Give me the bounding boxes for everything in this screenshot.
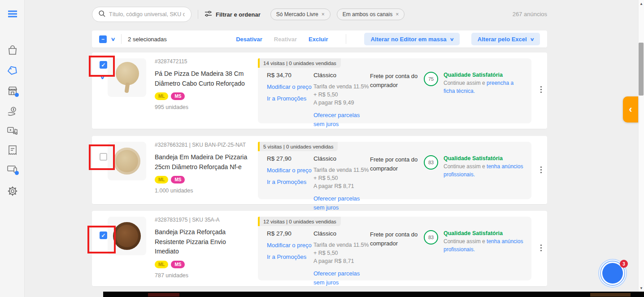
installments-link[interactable]: Oferecer parcelas sem juros	[313, 269, 370, 287]
money-hand-icon[interactable]	[0, 106, 25, 117]
quality-description: Continue assim e tenha anúncios profissi…	[444, 162, 525, 179]
row-menu-icon[interactable]	[540, 166, 542, 173]
scroll-up-icon[interactable]: ▲	[640, 2, 643, 6]
installments-link[interactable]: Oferecer parcelas sem juros	[313, 111, 370, 128]
chip-close-icon[interactable]: ×	[396, 11, 399, 17]
row-expand-chevron-icon[interactable]: ∨	[100, 74, 105, 80]
modify-price-link[interactable]: Modificar o preço	[267, 166, 316, 175]
search-box[interactable]	[92, 7, 191, 22]
row-menu-icon[interactable]	[540, 245, 542, 251]
chip-label: Só Mercado Livre	[276, 11, 318, 17]
visits-chip-label: 5 visitas | 0 unidades vendidas	[260, 144, 338, 149]
price-value: R$ 27,90	[267, 155, 316, 162]
channel-badge-ms: MS	[171, 92, 185, 100]
modify-price-link[interactable]: Modificar o preço	[267, 83, 316, 92]
visits-chip-label: 12 visitas | 0 unidades vendidas	[260, 219, 341, 224]
scroll-down-icon[interactable]: ▼	[640, 286, 643, 290]
quality-score: 83	[428, 160, 434, 165]
chevron-down-icon: ∨	[530, 37, 534, 42]
quality-title: Qualidade Satisfatória	[444, 72, 525, 78]
select-all-checkbox[interactable]: –	[99, 35, 107, 43]
select-all-chevron-icon[interactable]: ∨	[110, 36, 115, 42]
promotions-link[interactable]: Ir a Promoções	[267, 178, 316, 187]
quality-score-ring: 75	[424, 72, 438, 86]
visits-chip: 5 visitas | 0 unidades vendidas	[258, 142, 338, 151]
listing-count: 267 anúncios	[513, 11, 547, 17]
filter-sort-label: Filtrar e ordenar	[216, 11, 261, 18]
store-notification-dot	[15, 93, 19, 97]
product-image[interactable]	[108, 58, 146, 97]
quality-title: Qualidade Satisfatória	[444, 230, 525, 236]
quality-score: 83	[428, 235, 434, 240]
topbar-divider	[198, 10, 198, 19]
filter-sort-button[interactable]: Filtrar e ordenar	[205, 10, 261, 18]
listing-title[interactable]: Bandeja Pizza Reforçada Resistente Pizza…	[155, 227, 251, 257]
listing-title[interactable]: Bandeja Em Madeira De Pizzaria 25cm Diâm…	[155, 153, 251, 172]
taskbar-artifact	[148, 293, 179, 297]
fee-line: + R$ 5,50	[313, 249, 370, 257]
bag-icon[interactable]	[0, 45, 25, 56]
listing-stats-card: 12 visitas | 0 unidades vendidas R$ 27,9…	[258, 217, 531, 280]
scrollbar-thumb[interactable]	[639, 43, 644, 96]
stock-units: 1.000 unidades	[155, 188, 251, 194]
channel-badge-ml: ML	[155, 176, 168, 183]
filter-chip-mercado-livre[interactable]: Só Mercado Livre ×	[270, 9, 331, 20]
deactivate-button[interactable]: Desativar	[236, 36, 262, 43]
devices-notification-dot	[15, 171, 19, 175]
check-mark: ✓	[101, 233, 105, 238]
quality-title: Qualidade Satisfatória	[444, 155, 525, 162]
devices-icon[interactable]	[0, 164, 25, 174]
product-image[interactable]	[108, 142, 146, 180]
bulk-editor-button[interactable]: Alterar no Editor em massa ∨	[364, 33, 459, 45]
fee-line: A pagar R$ 8,71	[313, 182, 370, 190]
taskbar-artifact	[590, 293, 631, 297]
media-icon[interactable]	[0, 126, 25, 136]
fee-line: Tarifa de venda 11.5%	[313, 241, 370, 249]
store-icon[interactable]	[0, 85, 25, 96]
delete-button[interactable]: Excluir	[309, 36, 328, 43]
sidebar	[0, 0, 25, 297]
installments-link[interactable]: Oferecer parcelas sem juros	[313, 194, 370, 212]
price-value: R$ 34,70	[267, 72, 316, 79]
search-input[interactable]	[109, 11, 185, 17]
listing-title[interactable]: Pá De Pizza De Madeira 38 Cm Diâmetro Ca…	[155, 69, 251, 88]
visits-chip-label: 14 visitas | 0 unidades vendidas	[260, 61, 341, 66]
quality-text: Continue assim e	[444, 163, 485, 170]
filter-icon	[205, 10, 212, 18]
listing-type: Clássico	[313, 72, 370, 79]
listing-stats-card: 14 visitas | 0 unidades vendidas R$ 34,7…	[258, 58, 531, 123]
row-menu-icon[interactable]	[540, 86, 542, 93]
bulk-excel-button[interactable]: Alterar pelo Excel ∨	[471, 33, 540, 45]
stock-units: 995 unidades	[155, 104, 251, 110]
fee-line: + R$ 5,50	[313, 174, 370, 182]
promotions-link[interactable]: Ir a Promoções	[267, 253, 316, 262]
collapse-panel-tab[interactable]: ‹	[623, 96, 638, 122]
filter-chip-canais[interactable]: Em ambos os canais ×	[337, 9, 405, 20]
taskbar-sliver	[103, 292, 644, 297]
bulk-editor-label: Alterar no Editor em massa	[370, 36, 446, 43]
tag-icon[interactable]	[0, 65, 25, 76]
invoice-icon[interactable]	[0, 145, 25, 156]
listing-id: #3287831975 | SKU 35A-A	[155, 217, 251, 223]
shipping-info: Frete por conta do comprador	[370, 230, 426, 248]
modify-price-link[interactable]: Modificar o preço	[267, 241, 316, 250]
pizza-paddle-art	[113, 62, 141, 93]
settings-icon[interactable]	[0, 186, 25, 197]
light-wood-tray-art	[113, 148, 140, 175]
shipping-info: Frete por conta do comprador	[370, 155, 426, 173]
menu-icon[interactable]	[0, 10, 25, 18]
product-image[interactable]	[108, 217, 146, 255]
quality-score-ring: 83	[424, 230, 438, 245]
row-checkbox[interactable]: ✓	[100, 231, 107, 239]
promotions-link[interactable]: Ir a Promoções	[267, 94, 316, 103]
chip-close-icon[interactable]: ×	[322, 11, 325, 17]
stock-units: 787 unidades	[155, 272, 251, 279]
row-checkbox[interactable]	[100, 153, 107, 161]
chevron-left-icon: ‹	[629, 104, 632, 115]
indeterminate-mark: –	[101, 36, 104, 42]
fee-line: + R$ 5,50	[313, 91, 370, 99]
listing-stats-card: 5 visitas | 0 unidades vendidas R$ 27,90…	[258, 142, 531, 199]
channel-badge-ms: MS	[171, 261, 185, 268]
fee-line: A pagar R$ 8,71	[313, 257, 370, 265]
row-checkbox[interactable]: ✓	[100, 61, 107, 69]
